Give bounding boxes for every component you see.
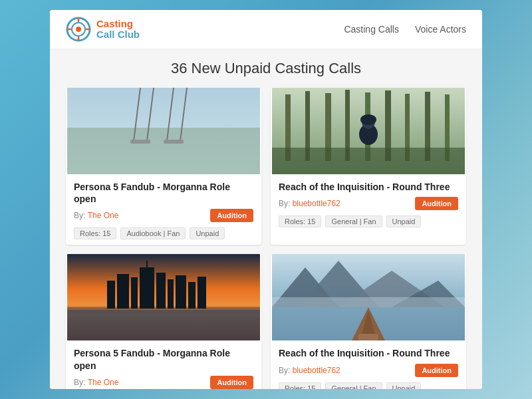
card-1: Persona 5 Fandub - Morganna Role open By… bbox=[66, 88, 261, 245]
card-2-tags: Roles: 15 General | Fan Unpaid bbox=[279, 215, 458, 227]
card-4-tags: Roles: 15 General | Fan Unpaid bbox=[279, 382, 458, 389]
nav-voice-actors[interactable]: Voice Actors bbox=[415, 24, 466, 35]
card-4-body: Reach of the Inquisition - Round Three B… bbox=[271, 340, 466, 389]
svg-rect-39 bbox=[176, 275, 186, 309]
page-content: 36 New Unpaid Casting Calls bbox=[50, 49, 482, 389]
tag-paid: Unpaid bbox=[190, 227, 225, 239]
svg-rect-48 bbox=[272, 297, 465, 307]
card-1-body: Persona 5 Fandub - Morganna Role open By… bbox=[66, 174, 261, 245]
tag-paid: Unpaid bbox=[386, 382, 422, 389]
logo-casting: Casting bbox=[96, 19, 140, 30]
card-2-image bbox=[271, 88, 466, 174]
card-3: Persona 5 Fandub - Morganna Role open By… bbox=[66, 254, 261, 389]
svg-rect-42 bbox=[146, 261, 148, 269]
card-3-author-link[interactable]: The One bbox=[88, 378, 119, 387]
nav-casting-calls[interactable]: Casting Calls bbox=[344, 24, 398, 35]
card-1-author: By: The One bbox=[74, 211, 118, 220]
svg-rect-15 bbox=[67, 88, 260, 174]
card-4-audition-button[interactable]: Audition bbox=[415, 364, 458, 377]
card-1-tags: Roles: 15 Audiobook | Fan Unpaid bbox=[74, 227, 253, 239]
main-container: Casting Call Club Casting Calls Voice Ac… bbox=[50, 10, 482, 389]
card-4-title: Reach of the Inquisition - Round Three bbox=[279, 347, 458, 359]
card-2: Reach of the Inquisition - Round Three B… bbox=[271, 88, 466, 245]
card-3-author-row: By: The One Audition bbox=[74, 376, 253, 389]
card-2-title: Reach of the Inquisition - Round Three bbox=[279, 181, 458, 193]
card-2-body: Reach of the Inquisition - Round Three B… bbox=[271, 174, 466, 233]
logo-callclub: Call Club bbox=[96, 29, 140, 41]
card-4-image bbox=[271, 254, 466, 340]
card-2-author: By: bluebottle762 bbox=[279, 199, 340, 208]
tag-type: General | Fan bbox=[325, 382, 382, 389]
card-2-author-link[interactable]: bluebottle762 bbox=[293, 199, 340, 208]
svg-rect-31 bbox=[67, 307, 260, 340]
svg-point-29 bbox=[360, 114, 376, 125]
card-3-author: By: The One bbox=[74, 378, 118, 387]
card-2-author-row: By: bluebottle762 Audition bbox=[279, 197, 458, 210]
card-3-body: Persona 5 Fandub - Morganna Role open By… bbox=[66, 340, 261, 389]
svg-rect-38 bbox=[168, 279, 174, 309]
cards-grid: Persona 5 Fandub - Morganna Role open By… bbox=[66, 88, 466, 389]
svg-rect-51 bbox=[358, 334, 378, 340]
nav-links: Casting Calls Voice Actors bbox=[344, 24, 466, 35]
card-3-image bbox=[66, 254, 261, 340]
svg-rect-34 bbox=[117, 274, 129, 309]
svg-rect-35 bbox=[131, 277, 138, 309]
svg-rect-26 bbox=[272, 148, 465, 174]
svg-rect-41 bbox=[198, 277, 206, 309]
svg-rect-40 bbox=[188, 282, 196, 309]
tag-roles: Roles: 15 bbox=[279, 215, 321, 227]
tag-roles: Roles: 15 bbox=[74, 227, 116, 239]
page-title: 36 New Unpaid Casting Calls bbox=[66, 60, 466, 77]
tag-roles: Roles: 15 bbox=[279, 382, 321, 389]
card-1-author-row: By: The One Audition bbox=[74, 209, 253, 222]
svg-rect-36 bbox=[140, 267, 154, 309]
card-4-author: By: bluebottle762 bbox=[279, 366, 340, 375]
card-1-audition-button[interactable]: Audition bbox=[210, 209, 253, 222]
svg-rect-33 bbox=[107, 281, 115, 309]
tag-type: General | Fan bbox=[325, 215, 382, 227]
logo-text: Casting Call Club bbox=[96, 19, 140, 41]
card-4-author-link[interactable]: bluebottle762 bbox=[293, 366, 340, 375]
card-3-audition-button[interactable]: Audition bbox=[210, 376, 253, 389]
svg-rect-37 bbox=[156, 273, 166, 309]
card-4: Reach of the Inquisition - Round Three B… bbox=[271, 254, 466, 389]
card-1-image bbox=[66, 88, 261, 174]
header: Casting Call Club Casting Calls Voice Ac… bbox=[50, 10, 482, 49]
card-1-author-link[interactable]: The One bbox=[88, 211, 119, 220]
card-4-author-row: By: bluebottle762 Audition bbox=[279, 364, 458, 377]
tag-type: Audiobook | Fan bbox=[120, 227, 186, 239]
tag-paid: Unpaid bbox=[386, 215, 422, 227]
card-1-title: Persona 5 Fandub - Morganna Role open bbox=[74, 181, 253, 205]
svg-point-2 bbox=[76, 27, 81, 32]
logo-icon bbox=[66, 17, 91, 42]
card-3-title: Persona 5 Fandub - Morganna Role open bbox=[74, 347, 253, 371]
card-2-audition-button[interactable]: Audition bbox=[415, 197, 458, 210]
logo-area: Casting Call Club bbox=[66, 17, 140, 42]
